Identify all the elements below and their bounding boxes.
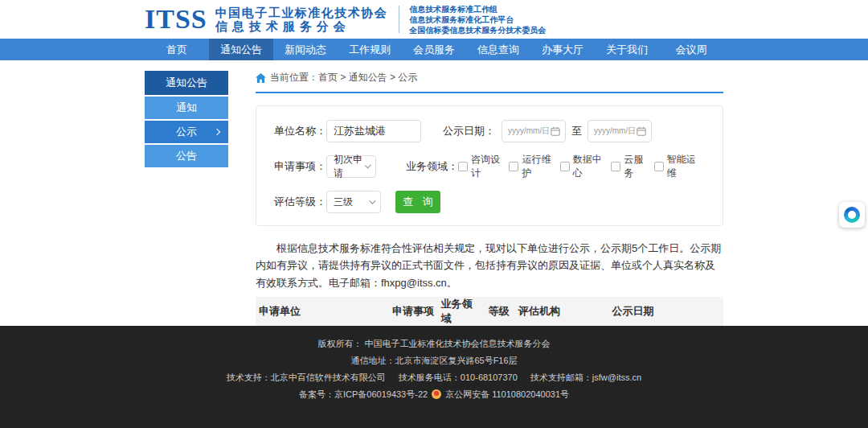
chevron-down-icon xyxy=(365,163,371,169)
checkbox-intelligent-operation[interactable]: 智能运维 xyxy=(654,153,697,180)
sidebar: 通知公告 通知 公示 公告 xyxy=(145,71,228,169)
nav-item-rules[interactable]: 工作规则 xyxy=(338,39,402,60)
checkbox-consulting-design[interactable]: 咨询设计 xyxy=(458,153,501,180)
footer-service-phone: 技术服务电话：010-68107370 xyxy=(399,370,518,385)
assessment-level-label: 评估等级： xyxy=(274,195,326,209)
calendar-icon xyxy=(551,126,560,136)
footer-tech-support-line: 技术支持：北京中百信软件技术有限公司 技术服务电话：010-68107370 技… xyxy=(0,370,868,385)
header-subtitle-line: 信息技术服务标准工作组 xyxy=(409,4,546,14)
breadcrumb-path[interactable]: 首页 > 通知公告 > 公示 xyxy=(318,71,417,84)
sidebar-item-announcement[interactable]: 公告 xyxy=(145,145,228,167)
col-header-business-domain: 业务领域 xyxy=(437,297,485,327)
checkbox-icon[interactable] xyxy=(458,162,468,171)
checkbox-data-center[interactable]: 数据中心 xyxy=(560,153,603,180)
business-domain-label: 业务领域： xyxy=(406,159,458,174)
nav-item-membership[interactable]: 会员服务 xyxy=(402,39,466,60)
sidebar-item-label: 公示 xyxy=(176,126,197,138)
sidebar-item-label: 公告 xyxy=(176,150,197,162)
date-range-to-label: 至 xyxy=(571,124,582,138)
publicity-date-label: 公示日期： xyxy=(443,124,495,138)
checkbox-label: 运行维护 xyxy=(522,153,551,180)
unit-name-input[interactable] xyxy=(326,120,421,142)
checkbox-label: 数据中心 xyxy=(573,153,603,180)
footer-icp-line: 备案号：京ICP备06019433号-22 京公网安备 110108020400… xyxy=(0,387,868,401)
swirl-ring-icon xyxy=(844,207,860,223)
publicity-notice-text: 根据信息技术服务标准符合性评估相关规定，现对以下单位进行公示，公示期5个工作日。… xyxy=(256,240,723,291)
nav-item-conference-week[interactable]: 会议周 xyxy=(659,39,723,60)
date-from-placeholder: yyyy/mm/日 xyxy=(508,126,550,137)
page: ITSS 中国电子工业标准化技术协会 信息技术服务分会 信息技术服务标准工作组 … xyxy=(0,0,868,428)
checkbox-label: 智能运维 xyxy=(667,153,697,180)
org-name-block: 中国电子工业标准化技术协会 信息技术服务分会 xyxy=(215,6,388,33)
nav-item-news[interactable]: 新闻动态 xyxy=(273,39,338,60)
nav-item-service-hall[interactable]: 办事大厅 xyxy=(530,39,595,60)
date-to-input[interactable]: yyyy/mm/日 xyxy=(588,120,652,142)
col-header-applicant: 申请单位 xyxy=(256,297,389,327)
header-divider xyxy=(399,6,399,33)
search-button[interactable]: 查 询 xyxy=(395,191,440,213)
footer-support-email: 技术支持邮箱：jsfw@itss.cn xyxy=(530,370,641,385)
checkbox-label: 咨询设计 xyxy=(471,153,501,180)
main-nav: 首页 通知公告 新闻动态 工作规则 会员服务 信息查询 办事大厅 关于我们 会议… xyxy=(0,39,868,60)
apply-item-label: 申请事项： xyxy=(274,159,326,174)
sidebar-item-notice[interactable]: 通知 xyxy=(145,97,228,119)
police-badge-icon xyxy=(432,389,441,399)
sidebar-item-publicity[interactable]: 公示 xyxy=(145,121,228,143)
nav-item-home[interactable]: 首页 xyxy=(145,39,209,60)
header-subtitle-block: 信息技术服务标准工作组 信息技术服务标准化工作平台 全国信标委信息技术服务分技术… xyxy=(409,4,546,35)
checkbox-operation-maintenance[interactable]: 运行维护 xyxy=(509,153,551,180)
nav-item-info-query[interactable]: 信息查询 xyxy=(466,39,530,60)
col-header-apply-item: 申请事项 xyxy=(389,297,438,327)
sidebar-title: 通知公告 xyxy=(145,71,228,95)
assessment-level-selected-value: 三级 xyxy=(334,195,353,209)
unit-name-label: 单位名称： xyxy=(274,124,326,138)
header-subtitle-line: 信息技术服务标准化工作平台 xyxy=(409,14,546,25)
calendar-icon xyxy=(637,126,646,136)
itss-logo[interactable]: ITSS xyxy=(145,6,207,33)
apply-item-select[interactable]: 初次申请 xyxy=(326,155,376,178)
breadcrumb: 当前位置： 首页 > 通知公告 > 公示 xyxy=(256,71,723,84)
home-icon xyxy=(256,73,266,83)
breadcrumb-prefix: 当前位置： xyxy=(270,71,318,84)
chevron-down-icon xyxy=(369,197,375,204)
nav-item-about[interactable]: 关于我们 xyxy=(595,39,659,60)
site-header: ITSS 中国电子工业标准化技术协会 信息技术服务分会 信息技术服务标准工作组 … xyxy=(0,0,868,39)
assessment-level-select[interactable]: 三级 xyxy=(326,191,381,213)
footer-address: 通信地址：北京市海淀区复兴路65号F16层 xyxy=(0,353,868,368)
col-header-assessment-org: 评估机构 xyxy=(515,297,608,327)
org-name-line1: 中国电子工业标准化技术协会 xyxy=(215,6,388,19)
checkbox-icon[interactable] xyxy=(654,162,664,171)
col-header-publicity-date: 公示日期 xyxy=(608,297,723,327)
header-subtitle-line: 全国信标委信息技术服务分技术委员会 xyxy=(409,25,546,35)
col-header-level: 等级 xyxy=(485,297,515,327)
checkbox-icon[interactable] xyxy=(560,162,570,171)
breadcrumb-underline xyxy=(256,92,723,93)
checkbox-cloud-service[interactable]: 云服务 xyxy=(611,153,645,180)
search-filter-panel: 单位名称： 公示日期： yyyy/mm/日 至 yyyy/mm/日 xyxy=(256,105,723,226)
checkbox-icon[interactable] xyxy=(611,162,620,171)
footer-icp-number[interactable]: 备案号：京ICP备06019433号-22 xyxy=(299,387,428,401)
checkbox-icon[interactable] xyxy=(509,162,518,171)
date-to-placeholder: yyyy/mm/日 xyxy=(594,126,636,137)
footer-police-record[interactable]: 京公网安备 11010802040031号 xyxy=(445,387,569,401)
nav-item-notices[interactable]: 通知公告 xyxy=(209,39,273,60)
footer-copyright: 版权所有： 中国电子工业标准化技术协会信息技术服务分会 xyxy=(0,336,868,351)
date-from-input[interactable]: yyyy/mm/日 xyxy=(502,120,566,142)
checkbox-label: 云服务 xyxy=(624,153,645,180)
footer-tech-support: 技术支持：北京中百信软件技术有限公司 xyxy=(227,370,386,385)
org-name-line2: 信息技术服务分会 xyxy=(215,19,388,33)
floating-extension-button[interactable] xyxy=(839,202,865,228)
apply-item-selected-value: 初次申请 xyxy=(334,153,365,180)
table-header-row: 申请单位 申请事项 业务领域 等级 评估机构 公示日期 xyxy=(256,297,723,327)
site-footer: 版权所有： 中国电子工业标准化技术协会信息技术服务分会 通信地址：北京市海淀区复… xyxy=(0,326,868,428)
sidebar-item-label: 通知 xyxy=(176,101,197,113)
chevron-right-icon xyxy=(214,129,220,135)
